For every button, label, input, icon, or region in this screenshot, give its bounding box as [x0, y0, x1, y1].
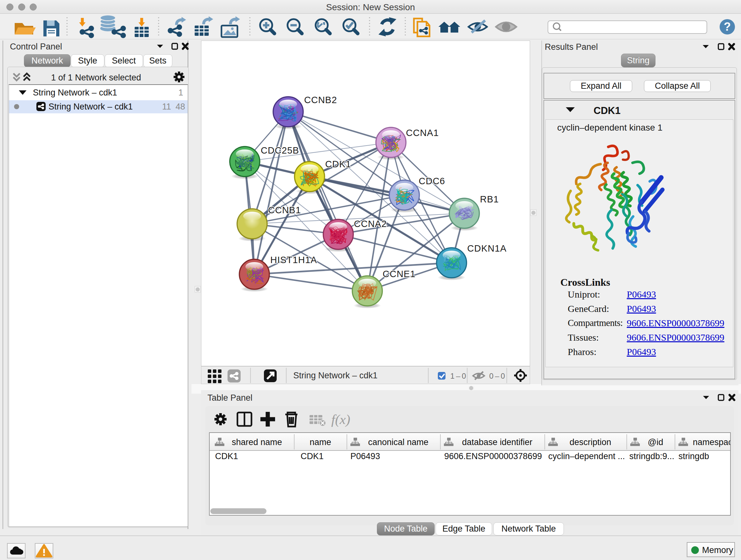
svg-text:CCNA1: CCNA1: [406, 128, 439, 138]
svg-text:canonical name: canonical name: [368, 437, 428, 447]
svg-text:CDC25B: CDC25B: [261, 145, 299, 155]
svg-text:@id: @id: [648, 437, 663, 447]
svg-text:HIST1H1A: HIST1H1A: [270, 255, 317, 265]
svg-text:CDK1: CDK1: [325, 159, 351, 169]
svg-text:description: description: [569, 437, 611, 447]
svg-text:?: ?: [724, 20, 731, 33]
svg-text:CCNB2: CCNB2: [304, 95, 337, 105]
svg-text:name: name: [310, 437, 331, 447]
svg-text:CDKN1A: CDKN1A: [467, 243, 507, 253]
svg-text:CCNE1: CCNE1: [383, 269, 415, 279]
svg-text:database identifier: database identifier: [462, 437, 533, 447]
svg-text:CCNA2: CCNA2: [354, 219, 387, 229]
svg-text:CCNB1: CCNB1: [268, 205, 301, 215]
svg-text:f(x): f(x): [331, 412, 350, 427]
svg-text:namespace: namespace: [693, 437, 730, 447]
svg-text:RB1: RB1: [480, 194, 499, 204]
svg-text:CDC6: CDC6: [419, 176, 445, 186]
svg-text:shared name: shared name: [232, 437, 282, 447]
